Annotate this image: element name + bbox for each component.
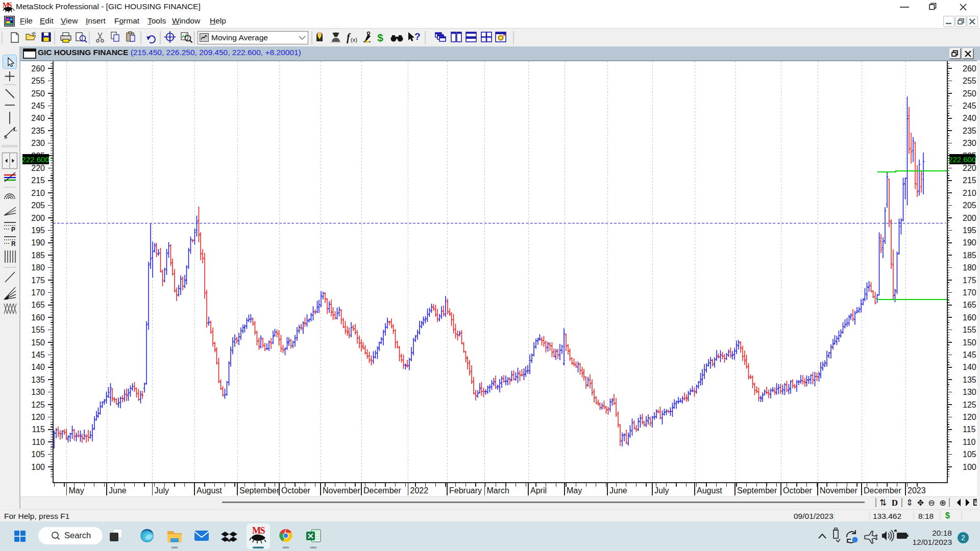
svg-text:165: 165	[963, 300, 976, 309]
svg-text:235: 235	[963, 127, 976, 135]
svg-text:November: November	[820, 486, 857, 495]
svg-text:175: 175	[963, 276, 976, 285]
svg-text:April: April	[530, 486, 547, 495]
svg-text:180: 180	[963, 263, 976, 272]
svg-text:October: October	[281, 486, 311, 495]
svg-text:190: 190	[31, 238, 45, 247]
svg-text:135: 135	[31, 375, 45, 384]
svg-text:105: 105	[31, 450, 45, 459]
svg-text:⊖: ⊖	[928, 498, 935, 507]
svg-text:170: 170	[31, 288, 45, 297]
svg-text:140: 140	[963, 363, 976, 371]
svg-text:240: 240	[31, 114, 45, 122]
svg-text:220: 220	[31, 164, 45, 172]
svg-text:2022: 2022	[410, 486, 429, 495]
svg-text:222.600: 222.600	[22, 155, 50, 164]
svg-text:245: 245	[31, 102, 45, 110]
svg-text:135: 135	[963, 375, 976, 384]
svg-text:145: 145	[31, 350, 45, 359]
svg-text:May: May	[567, 486, 582, 495]
svg-text:MS: MS	[252, 525, 265, 536]
svg-text:215: 215	[31, 176, 45, 185]
svg-text:⊕: ⊕	[939, 498, 946, 507]
svg-text:115: 115	[32, 425, 45, 434]
svg-text:155: 155	[31, 325, 45, 334]
svg-text:✥: ✥	[917, 498, 924, 507]
svg-text:160: 160	[31, 313, 45, 322]
svg-text:100: 100	[963, 463, 976, 471]
svg-text:November: November	[323, 486, 360, 495]
svg-text:June: June	[609, 486, 627, 495]
svg-text:2023: 2023	[908, 486, 926, 495]
svg-text:March: March	[487, 486, 509, 495]
svg-text:195: 195	[31, 226, 45, 235]
svg-text:255: 255	[31, 77, 45, 85]
svg-text:230: 230	[963, 139, 976, 147]
svg-text:September: September	[239, 486, 280, 495]
svg-text:⇅: ⇅	[879, 498, 887, 508]
svg-text:215: 215	[963, 176, 976, 185]
svg-text:235: 235	[31, 127, 45, 135]
svg-text:120: 120	[31, 413, 45, 421]
svg-text:120: 120	[963, 413, 976, 421]
svg-text:140: 140	[31, 363, 45, 371]
svg-text:Search: Search	[64, 531, 91, 540]
svg-text:205: 205	[31, 201, 45, 210]
svg-text:200: 200	[963, 214, 976, 222]
svg-text:250: 250	[31, 89, 45, 98]
svg-text:115: 115	[963, 425, 976, 434]
svg-text:210: 210	[31, 189, 45, 197]
svg-text:105: 105	[963, 450, 976, 459]
svg-text:October: October	[783, 486, 813, 495]
svg-text:August: August	[197, 486, 222, 495]
svg-text:165: 165	[31, 300, 45, 309]
svg-text:July: July	[155, 486, 169, 495]
svg-text:⇕: ⇕	[906, 498, 913, 508]
svg-text:110: 110	[963, 438, 976, 446]
svg-text:200: 200	[31, 214, 45, 222]
svg-text:175: 175	[31, 276, 45, 285]
svg-text:185: 185	[963, 251, 976, 260]
svg-text:245: 245	[963, 102, 976, 110]
svg-text:12/01/2023: 12/01/2023	[912, 538, 952, 546]
svg-text:July: July	[654, 486, 669, 495]
svg-text:190: 190	[963, 238, 976, 247]
svg-text:210: 210	[963, 189, 976, 197]
svg-text:May: May	[69, 486, 84, 495]
svg-text:150: 150	[31, 338, 45, 347]
svg-text:185: 185	[31, 251, 45, 260]
svg-text:260: 260	[963, 64, 976, 73]
svg-text:September: September	[737, 486, 777, 495]
svg-text:130: 130	[31, 388, 45, 396]
svg-text:155: 155	[963, 325, 976, 334]
svg-text:110: 110	[32, 438, 45, 446]
svg-text:250: 250	[963, 89, 976, 98]
svg-text:160: 160	[963, 313, 976, 322]
svg-text:240: 240	[963, 114, 976, 122]
svg-text:2: 2	[961, 534, 965, 542]
svg-text:230: 230	[31, 139, 45, 147]
svg-text:December: December	[864, 486, 901, 495]
svg-text:February: February	[449, 486, 482, 495]
svg-text:125: 125	[31, 400, 45, 409]
svg-text:145: 145	[963, 350, 976, 359]
svg-text:260: 260	[31, 64, 45, 73]
svg-text:255: 255	[963, 77, 976, 85]
svg-text:D: D	[892, 498, 898, 508]
svg-text:130: 130	[963, 388, 976, 396]
svg-text:August: August	[697, 486, 722, 495]
svg-text:220: 220	[963, 164, 976, 172]
svg-text:170: 170	[963, 288, 976, 297]
svg-text:222.600: 222.600	[948, 155, 976, 164]
svg-text:20:18: 20:18	[932, 529, 952, 537]
svg-text:180: 180	[31, 263, 45, 272]
svg-text:December: December	[363, 486, 401, 495]
svg-text:195: 195	[963, 226, 976, 235]
svg-text:205: 205	[963, 201, 976, 210]
svg-text:100: 100	[31, 463, 45, 471]
svg-text:125: 125	[963, 400, 976, 409]
svg-text:150: 150	[963, 338, 976, 347]
svg-text:June: June	[109, 486, 127, 495]
